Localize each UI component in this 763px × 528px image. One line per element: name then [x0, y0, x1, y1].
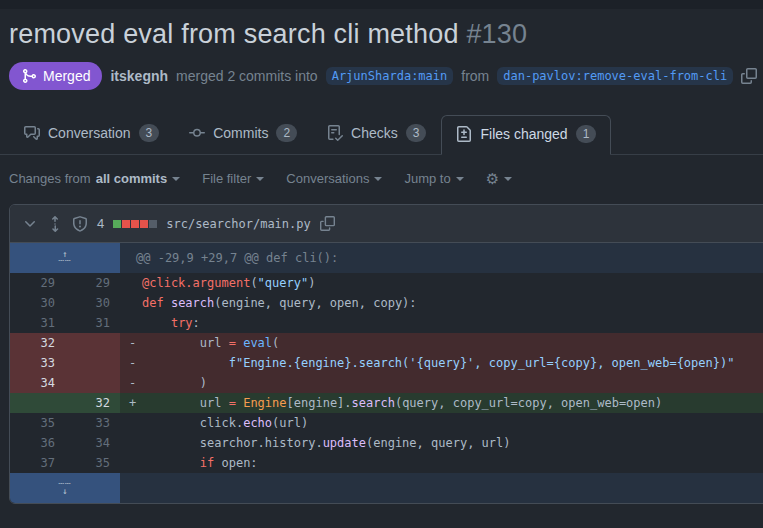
old-line-number[interactable]: 36: [10, 433, 65, 453]
diff-marker: -: [120, 353, 142, 373]
code-line: def search(engine, query, open, copy):: [120, 293, 763, 313]
file-changes-count: 4: [97, 216, 104, 231]
code-line: @click.argument("query"): [120, 273, 763, 293]
new-line-number[interactable]: [65, 353, 120, 373]
diff-row-expand: ┄┄↓: [10, 473, 763, 503]
author-login[interactable]: itskegnh: [110, 68, 168, 84]
from-word: from: [461, 68, 489, 84]
old-line-number[interactable]: 35: [10, 413, 65, 433]
code-text: url = eval(: [142, 333, 279, 353]
new-line-number[interactable]: 30: [65, 293, 120, 313]
jump-to-dropdown[interactable]: Jump to: [404, 171, 463, 186]
tab-count-badge: 3: [406, 124, 427, 142]
changes-from-dropdown[interactable]: Changes from all commits: [9, 171, 180, 186]
code-line: - url = eval(: [120, 333, 763, 353]
code-line: click.echo(url): [120, 413, 763, 433]
code-line: try:: [120, 313, 763, 333]
checklist-icon: [327, 125, 343, 141]
comment-discussion-icon: [24, 125, 40, 141]
new-line-number[interactable]: [65, 373, 120, 393]
head-branch-label[interactable]: dan-pavlov:remove-eval-from-cli: [497, 67, 733, 85]
conversations-dropdown[interactable]: Conversations: [286, 171, 382, 186]
expand-up-icon: ↑┄┄: [59, 251, 72, 265]
new-line-number[interactable]: 29: [65, 273, 120, 293]
git-merge-icon: [21, 68, 37, 84]
diffstat: [113, 220, 157, 228]
drag-handle-icon[interactable]: [47, 216, 63, 232]
diff-row-context: 2929@click.argument("query"): [10, 273, 763, 293]
pr-header: removed eval from search cli method #130: [0, 9, 763, 50]
diff-row-context: 3131 try:: [10, 313, 763, 333]
diff-marker: [120, 413, 142, 433]
new-line-number[interactable]: 31: [65, 313, 120, 333]
diffstat-square: [140, 220, 148, 228]
diff-settings-dropdown[interactable]: ⚙: [486, 171, 512, 186]
tab-commits[interactable]: Commits 2: [174, 114, 312, 154]
old-line-number[interactable]: 34: [10, 373, 65, 393]
diff-marker: [120, 313, 142, 333]
code-text: def search(engine, query, open, copy):: [142, 293, 417, 313]
diff-marker: [120, 273, 142, 293]
expand-down-button[interactable]: ┄┄↓: [10, 473, 120, 503]
code-text: try:: [142, 313, 200, 333]
diff-row-context: 3634 searchor.history.update(engine, que…: [10, 433, 763, 453]
changes-from-value: all commits: [96, 171, 168, 186]
code-text: url = Engine[engine].search(query, copy_…: [142, 393, 662, 413]
merge-action-text: merged 2 commits into: [176, 68, 318, 84]
diffstat-square: [131, 220, 139, 228]
old-line-number[interactable]: [10, 393, 65, 413]
old-line-number[interactable]: 30: [10, 293, 65, 313]
chevron-down-icon: [172, 177, 180, 181]
tab-checks[interactable]: Checks 3: [312, 114, 441, 154]
code-text: ): [142, 373, 207, 393]
chevron-down-icon: [374, 177, 382, 181]
pr-number: #130: [466, 19, 527, 49]
tab-count-badge: 2: [276, 124, 297, 142]
diff-marker: [120, 293, 142, 313]
code-line: - f"Engine.{engine}.search('{query}', co…: [120, 353, 763, 373]
changes-from-label: Changes from: [9, 171, 91, 186]
tab-files-changed[interactable]: Files changed 1: [441, 115, 611, 155]
diff-row-context: 3735 if open:: [10, 453, 763, 473]
code-text: @click.argument("query"): [142, 273, 315, 293]
pr-meta: Merged itskegnh merged 2 commits into Ar…: [0, 50, 763, 90]
new-line-number[interactable]: 32: [65, 393, 120, 413]
new-line-number[interactable]: 33: [65, 413, 120, 433]
collapse-file-button[interactable]: [22, 216, 38, 232]
file-diff-card: 4 src/searchor/main.py ↑┄┄@@ -29,9 +29,7…: [9, 204, 763, 504]
base-branch-label[interactable]: ArjunSharda:main: [326, 67, 454, 85]
merged-label: Merged: [43, 68, 90, 84]
new-line-number[interactable]: 35: [65, 453, 120, 473]
file-header: 4 src/searchor/main.py: [10, 205, 763, 243]
pr-tab-bar: Conversation 3 Commits 2 Checks 3 Files …: [0, 114, 763, 155]
old-line-number[interactable]: 32: [10, 333, 65, 353]
new-line-number[interactable]: [65, 333, 120, 353]
jump-to-label: Jump to: [404, 171, 450, 186]
code-text: searchor.history.update(engine, query, u…: [142, 433, 510, 453]
old-line-number[interactable]: 37: [10, 453, 65, 473]
expand-up-button[interactable]: ↑┄┄: [10, 243, 120, 273]
tab-conversation[interactable]: Conversation 3: [9, 114, 174, 154]
diff-row-context: 3030def search(engine, query, open, copy…: [10, 293, 763, 313]
hunk-header-text: @@ -29,9 +29,7 @@ def cli():: [120, 243, 338, 273]
old-line-number[interactable]: 33: [10, 353, 65, 373]
copy-branch-icon[interactable]: [741, 68, 757, 84]
top-divider: [0, 0, 763, 9]
code-line: if open:: [120, 453, 763, 473]
chevron-down-icon: [504, 177, 512, 181]
new-line-number[interactable]: 34: [65, 433, 120, 453]
file-filter-dropdown[interactable]: File filter: [202, 171, 264, 186]
diff-row-del: 32- url = eval(: [10, 333, 763, 353]
diff-marker: -: [120, 333, 142, 353]
tab-label: Commits: [213, 125, 268, 141]
old-line-number[interactable]: 31: [10, 313, 65, 333]
diff-toolbar: Changes from all commits File filter Con…: [0, 155, 763, 186]
merged-status-badge: Merged: [9, 62, 102, 90]
old-line-number[interactable]: 29: [10, 273, 65, 293]
shield-alert-icon[interactable]: [72, 216, 88, 232]
diff-marker: [120, 433, 142, 453]
chevron-down-icon: [22, 216, 38, 232]
copy-path-icon[interactable]: [320, 216, 335, 231]
code-line: searchor.history.update(engine, query, u…: [120, 433, 763, 453]
diff-row-del: 34- ): [10, 373, 763, 393]
